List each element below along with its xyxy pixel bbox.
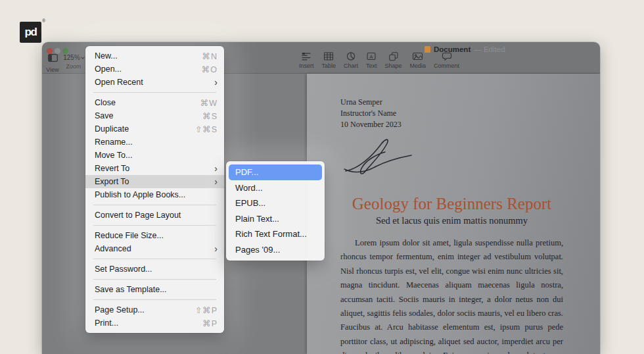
menu-item-set-password[interactable]: Set Password... [85,263,224,276]
menu-item-label: Convert to Page Layout [95,211,218,220]
media-icon [412,51,423,61]
zoom-control[interactable]: 125% Zoom [60,54,87,70]
submenu-item-rich-text-format[interactable]: Rich Text Format... [229,226,322,242]
insert-button-label: Insert [299,63,314,69]
document-edited-status: — Edited [474,45,505,53]
menu-item-shortcut: ⌘O [202,64,218,74]
document-instructor: Instructor's Name [340,108,563,119]
svg-text:A: A [370,54,374,60]
chart-icon [346,51,356,61]
menu-item-label: Set Password... [95,265,218,274]
export-to-submenu: PDF... Word... EPUB... Plain Text... Ric… [226,161,325,261]
menu-item-shortcut: ⌘P [202,318,218,328]
menu-item-new[interactable]: New... ⌘N [85,49,224,63]
menu-item-shortcut: ⇧⌘P [195,305,218,315]
menu-item-save-as-template[interactable]: Save as Template... [85,283,224,296]
menu-separator [93,225,216,226]
submenu-item-plain-text[interactable]: Plain Text... [229,211,322,227]
submenu-item-label: Plain Text... [235,214,279,224]
menu-item-label: Reduce File Size... [95,231,218,240]
menu-separator [93,205,216,205]
submenu-item-pdf[interactable]: PDF... [229,164,322,180]
chart-button[interactable]: Chart [340,51,362,69]
menu-separator [93,279,216,280]
menu-item-rename[interactable]: Rename... [85,136,224,149]
menu-item-print[interactable]: Print... ⌘P [85,316,224,330]
chevron-down-icon [81,55,85,59]
menu-item-label: Save [95,111,196,120]
zoom-control-label: Zoom [60,63,87,70]
menu-item-save[interactable]: Save ⌘S [85,109,224,122]
menu-item-reduce-file-size[interactable]: Reduce File Size... [85,229,224,242]
submenu-item-label: Word... [235,183,263,193]
submenu-arrow-icon: › [214,78,218,87]
document-date: 10 November 2023 [340,119,563,130]
menu-item-advanced[interactable]: Advanced › [85,242,224,255]
menu-item-close[interactable]: Close ⌘W [85,96,224,109]
view-menu-button[interactable]: View [43,53,62,73]
menu-separator [93,299,216,300]
menu-item-label: Print... [95,318,196,328]
menu-item-move-to[interactable]: Move To... [85,149,224,162]
table-button[interactable]: Table [318,51,340,69]
text-button[interactable]: A Text [362,51,381,69]
submenu-item-label: Pages '09... [235,245,280,255]
menu-item-page-setup[interactable]: Page Setup... ⇧⌘P [85,303,224,316]
menu-item-label: Open Recent [95,78,208,87]
document-body: Lorem ipsum dolor sit amet, ligula suspe… [340,236,563,354]
insert-button[interactable]: Insert [295,51,318,69]
document-heading: Geology for Beginners Report [340,195,563,213]
shape-button[interactable]: Shape [381,51,406,69]
table-icon [323,51,334,61]
document-header-block: Urna Semper Instructor's Name 10 Novembe… [340,97,563,130]
media-button[interactable]: Media [406,51,430,69]
comment-button-label: Comment [434,63,459,69]
menu-separator [93,92,216,93]
submenu-item-label: Rich Text Format... [235,229,307,239]
insert-toolbar-group: Insert Table Chart A Text Shape Media [295,51,463,69]
document-page[interactable]: Urna Semper Instructor's Name 10 Novembe… [307,74,600,354]
menu-item-export-to[interactable]: Export To › [85,175,224,188]
insert-icon [301,51,311,61]
menu-item-shortcut: ⌘W [200,98,218,108]
menu-item-label: Publish to Apple Books... [95,190,218,199]
media-button-label: Media [410,63,426,69]
table-button-label: Table [322,63,336,69]
menu-item-label: Revert To [95,164,208,173]
submenu-arrow-icon: › [214,244,218,253]
menu-item-label: Save as Template... [95,285,218,294]
text-icon: A [366,51,377,61]
submenu-item-word[interactable]: Word... [229,180,322,196]
menu-item-open-recent[interactable]: Open Recent › [85,76,224,89]
comment-button[interactable]: Comment [430,51,463,69]
signature-image [342,136,563,179]
zoom-window-button[interactable] [62,48,68,54]
menu-item-shortcut: ⇧⌘S [195,124,218,134]
menu-item-label: Duplicate [95,124,189,134]
document-title-text: Document [434,45,471,53]
pandadoc-logo: pd [20,22,41,43]
shape-icon [388,51,399,61]
menu-item-duplicate[interactable]: Duplicate ⇧⌘S [85,122,224,136]
menu-item-label: Move To... [95,151,218,160]
submenu-item-epub[interactable]: EPUB... [229,195,322,211]
menu-item-label: Advanced [95,244,208,253]
menu-item-revert-to[interactable]: Revert To › [85,162,224,175]
menu-item-open[interactable]: Open... ⌘O [85,63,224,76]
menu-item-label: New... [95,51,195,61]
menu-item-label: Close [95,98,194,107]
chart-button-label: Chart [344,63,358,69]
registered-trademark-mark: ® [42,18,45,23]
menu-item-shortcut: ⌘N [202,51,218,61]
menu-item-publish-to-apple-books[interactable]: Publish to Apple Books... [85,188,224,201]
menu-item-label: Open... [95,64,195,74]
submenu-item-label: PDF... [235,167,258,177]
submenu-item-pages-09[interactable]: Pages '09... [229,242,322,258]
document-file-icon [425,46,430,53]
menu-item-label: Rename... [95,138,218,147]
menu-item-convert-to-page-layout[interactable]: Convert to Page Layout [85,209,224,222]
body-paragraph: Lorem ipsum dolor sit amet, ligula suspe… [340,236,563,354]
menu-item-shortcut: ⌘S [202,111,218,121]
submenu-item-label: EPUB... [235,198,265,208]
menu-item-label: Export To [95,177,208,186]
